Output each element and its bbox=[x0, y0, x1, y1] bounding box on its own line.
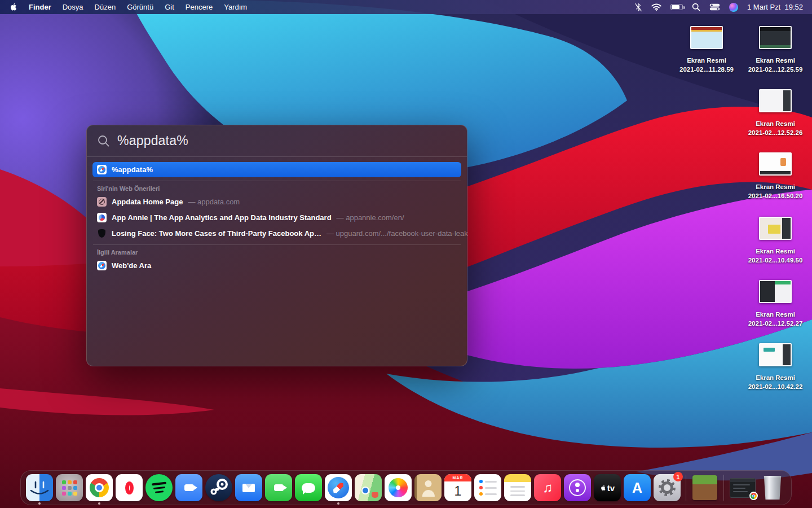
trash-icon bbox=[764, 476, 782, 500]
divider bbox=[93, 244, 461, 245]
menu-goruntu[interactable]: Görüntü bbox=[127, 3, 153, 11]
music-icon: ♫ bbox=[534, 474, 561, 501]
podcasts-icon bbox=[564, 474, 591, 501]
dock-podcasts[interactable] bbox=[564, 474, 591, 501]
dock-opera[interactable] bbox=[116, 474, 143, 501]
dock-safari[interactable] bbox=[325, 474, 352, 501]
search-icon bbox=[98, 135, 110, 147]
desktop-file-screenshot-2[interactable]: Ekran Resmi2021-02...12.25.59 bbox=[741, 26, 810, 74]
desktop-file-screenshot-1[interactable]: Ekran Resmi2021-02...11.28.59 bbox=[672, 26, 741, 74]
dock-minecraft[interactable] bbox=[691, 474, 718, 501]
running-indicator bbox=[38, 502, 41, 505]
spotlight-top-hit[interactable]: %appdata% bbox=[92, 162, 461, 177]
menu-pencere[interactable]: Pencere bbox=[186, 3, 213, 11]
chrome-badge-icon bbox=[749, 492, 758, 500]
dock-trash[interactable] bbox=[759, 474, 786, 501]
minecraft-icon bbox=[692, 475, 717, 500]
desktop-file-screenshot-3[interactable]: Ekran Resmi2021-02...12.52.26 bbox=[741, 89, 810, 137]
running-indicator bbox=[98, 502, 100, 505]
apple-tv-icon: tv bbox=[594, 474, 621, 501]
section-title-related-searches: İlgili Aramalar bbox=[97, 249, 461, 256]
dock-calendar[interactable]: MAR 1 bbox=[444, 474, 471, 501]
messages-icon bbox=[295, 474, 322, 501]
apple-logo-icon bbox=[9, 2, 17, 12]
notification-badge: 1 bbox=[673, 472, 683, 481]
desktop-file-screenshot-7[interactable]: Ekran Resmi2021-02...10.42.22 bbox=[741, 343, 810, 391]
shield-favicon-icon bbox=[97, 229, 107, 238]
dock-zoom[interactable] bbox=[175, 474, 202, 501]
safari-icon bbox=[325, 474, 352, 501]
section-title-web-suggestions: Siri'nin Web Önerileri bbox=[97, 185, 461, 192]
screenshot-thumbnail bbox=[690, 26, 723, 49]
dock-contacts[interactable] bbox=[414, 474, 442, 501]
photos-icon bbox=[385, 474, 412, 501]
apple-menu[interactable] bbox=[9, 2, 17, 12]
menu-finder[interactable]: Finder bbox=[29, 3, 51, 11]
dock-chrome[interactable] bbox=[86, 474, 113, 501]
safari-favicon-icon bbox=[97, 261, 107, 270]
dock-reminders[interactable] bbox=[474, 474, 501, 501]
calendar-icon: MAR 1 bbox=[444, 474, 471, 501]
dock-steam[interactable] bbox=[205, 474, 232, 501]
finder-icon bbox=[26, 474, 53, 501]
desktop-file-screenshot-5[interactable]: Ekran Resmi2021-02...10.49.50 bbox=[741, 217, 810, 265]
mail-icon bbox=[235, 474, 262, 501]
spotlight-window: %appdata% %appdata% Siri'nin Web Önerile… bbox=[86, 125, 467, 366]
dock-music[interactable]: ♫ bbox=[534, 474, 561, 501]
dock-facetime[interactable] bbox=[265, 474, 292, 501]
battery-icon[interactable] bbox=[670, 4, 683, 10]
menu-bar: Finder Dosya Düzen Görüntü Git Pencere Y… bbox=[0, 0, 812, 14]
bluetooth-off-icon[interactable] bbox=[634, 3, 642, 12]
divider bbox=[93, 181, 461, 181]
spotify-icon bbox=[145, 474, 173, 501]
result-search-web[interactable]: Web'de Ara bbox=[92, 257, 461, 273]
screenshot-thumbnail bbox=[759, 343, 792, 366]
contacts-icon bbox=[414, 474, 442, 501]
dock-maps[interactable] bbox=[355, 474, 382, 501]
facetime-icon bbox=[265, 474, 292, 501]
zoom-icon bbox=[175, 474, 202, 501]
dock-spotify[interactable] bbox=[145, 474, 173, 501]
dock-app-store[interactable]: A bbox=[624, 474, 651, 501]
reminders-icon bbox=[474, 474, 501, 501]
appannie-favicon-icon bbox=[97, 213, 107, 222]
menu-dosya[interactable]: Dosya bbox=[63, 3, 83, 11]
spotlight-search-field[interactable]: %appdata% bbox=[87, 125, 467, 156]
safari-favicon-icon bbox=[97, 165, 107, 174]
dock-minimized-chrome-window[interactable] bbox=[729, 474, 756, 501]
dock: MAR 1 ♫ tv A 1 bbox=[20, 470, 792, 505]
opera-icon bbox=[116, 474, 143, 501]
notes-icon bbox=[504, 474, 531, 501]
dock-launchpad[interactable] bbox=[56, 474, 83, 501]
result-appdata-home-page[interactable]: Appdata Home Page — appdata.com bbox=[92, 194, 461, 209]
screenshot-thumbnail bbox=[759, 89, 792, 112]
minimized-window-thumbnail bbox=[730, 478, 756, 498]
menu-git[interactable]: Git bbox=[165, 3, 174, 11]
wifi-icon[interactable] bbox=[651, 3, 661, 11]
control-center-icon[interactable] bbox=[709, 3, 720, 11]
dock-messages[interactable] bbox=[295, 474, 322, 501]
dock-apple-tv[interactable]: tv bbox=[594, 474, 621, 501]
spotlight-search-icon[interactable] bbox=[692, 3, 700, 11]
app-store-icon: A bbox=[624, 474, 651, 501]
dock-system-preferences[interactable]: 1 bbox=[654, 474, 681, 501]
screenshot-thumbnail bbox=[759, 217, 792, 240]
dock-finder[interactable] bbox=[26, 474, 53, 501]
dock-separator bbox=[723, 475, 724, 501]
desktop-file-screenshot-6[interactable]: Ekran Resmi2021-02...12.52.27 bbox=[741, 280, 810, 328]
menu-duzen[interactable]: Düzen bbox=[95, 3, 116, 11]
dock-mail[interactable] bbox=[235, 474, 262, 501]
dock-photos[interactable] bbox=[385, 474, 412, 501]
desktop-file-screenshot-4[interactable]: Ekran Resmi2021-02...16.50.20 bbox=[741, 152, 810, 200]
siri-icon[interactable] bbox=[729, 3, 738, 12]
launchpad-icon bbox=[56, 474, 83, 501]
menu-yardim[interactable]: Yardım bbox=[224, 3, 247, 11]
spotlight-search-input[interactable]: %appdata% bbox=[117, 133, 188, 148]
screenshot-thumbnail bbox=[759, 26, 792, 49]
screenshot-thumbnail bbox=[759, 152, 792, 176]
dock-notes[interactable] bbox=[504, 474, 531, 501]
result-upguard-losing-face[interactable]: Losing Face: Two More Cases of Third-Par… bbox=[92, 225, 461, 241]
running-indicator bbox=[337, 502, 339, 505]
menubar-clock[interactable]: 1 Mart Pzt 19:52 bbox=[747, 3, 803, 11]
result-app-annie[interactable]: App Annie | The App Analytics and App Da… bbox=[92, 209, 461, 225]
